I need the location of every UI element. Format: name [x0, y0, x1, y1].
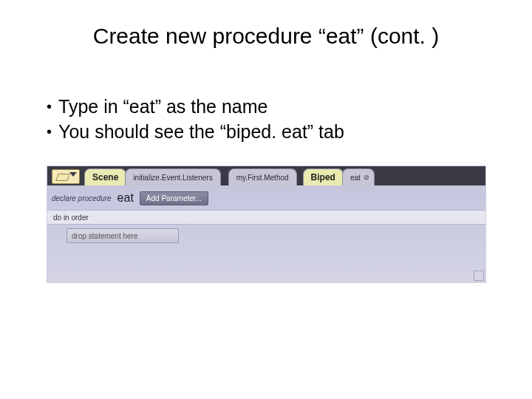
drop-statement-placeholder[interactable]: drop statement here — [66, 228, 179, 243]
tab-biped[interactable]: Biped — [303, 168, 344, 185]
ide-screenshot: Scene initialize.Event.Listeners my.Firs… — [47, 166, 486, 283]
tab-eat[interactable]: eat ⊘ — [342, 168, 375, 185]
bullet-list: • Type in “eat” as the name • You should… — [47, 95, 344, 145]
tab-eat-label: eat — [350, 174, 361, 182]
hexagon-icon — [57, 171, 67, 182]
procedure-name: eat — [117, 191, 134, 205]
bullet-dot-icon: • — [47, 95, 58, 118]
bullet-item: • You should see the “biped. eat” tab — [47, 120, 344, 145]
scroll-corner — [474, 270, 484, 281]
close-icon[interactable]: ⊘ — [364, 174, 369, 181]
ide-toolbar: Scene initialize.Event.Listeners my.Firs… — [47, 166, 485, 185]
chevron-down-icon — [69, 172, 77, 177]
tab-scene[interactable]: Scene — [84, 168, 126, 185]
back-button[interactable] — [52, 169, 80, 184]
add-parameter-button[interactable]: Add Parameter... — [140, 191, 208, 205]
procedure-header: declare procedure eat Add Parameter... — [52, 190, 481, 206]
bullet-dot-icon: • — [47, 120, 58, 143]
do-in-order-block[interactable]: do in order — [47, 210, 485, 225]
declare-procedure-label: declare procedure — [52, 194, 112, 202]
tab-my-first-method[interactable]: my.First.Method — [228, 168, 297, 185]
slide-title: Create new procedure “eat” (cont. ) — [0, 24, 532, 49]
tab-row: Scene initialize.Event.Listeners my.Firs… — [84, 166, 485, 185]
tab-initialize-event-listeners[interactable]: initialize.Event.Listeners — [125, 168, 220, 185]
editor-panel: declare procedure eat Add Parameter... d… — [47, 185, 485, 282]
bullet-text: Type in “eat” as the name — [58, 95, 267, 120]
bullet-item: • Type in “eat” as the name — [47, 95, 344, 120]
bullet-text: You should see the “biped. eat” tab — [58, 120, 344, 145]
